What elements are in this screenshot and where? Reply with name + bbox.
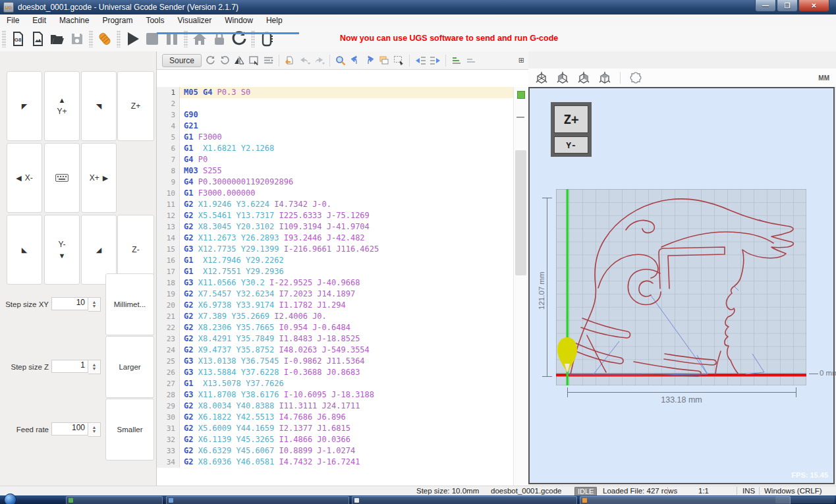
code-line[interactable]: 29G2 X8.0034 Y40.8388 I11.3111 J24.1711: [157, 401, 514, 412]
feed-rate-input[interactable]: 100: [51, 422, 88, 435]
jog-xplus-yplus-button[interactable]: ◥: [81, 71, 117, 141]
code-line[interactable]: 1M05 G4 P0.3 S0: [157, 87, 514, 98]
code-line[interactable]: 8M03 S255: [157, 165, 514, 177]
find-previous-icon[interactable]: [349, 55, 361, 67]
code-line[interactable]: 19G2 X7.5457 Y32.6234 I7.2023 J14.1897: [157, 289, 514, 300]
send-play-icon[interactable]: [123, 29, 142, 49]
find-next-icon[interactable]: [364, 55, 376, 67]
plugin-puzzle-icon[interactable]: [628, 70, 644, 86]
menu-machine[interactable]: Machine: [53, 16, 96, 25]
open-file-icon[interactable]: [47, 29, 67, 49]
jog-yplus-button[interactable]: ▲Y+: [44, 71, 80, 141]
code-line[interactable]: 7G4 P0: [157, 154, 514, 165]
code-line[interactable]: 25G3 X13.0138 Y36.7545 I-0.9862 J11.5364: [157, 356, 514, 367]
step-size-z-stepper[interactable]: ▲▼: [88, 360, 101, 374]
menu-file[interactable]: File: [0, 16, 26, 25]
step-size-xy-stepper[interactable]: ▲▼: [88, 297, 101, 312]
code-line[interactable]: 11G2 X1.9246 Y3.6224 I4.7342 J-0.: [157, 199, 514, 210]
uncomment-icon[interactable]: [465, 55, 477, 67]
code-line[interactable]: 2: [157, 98, 514, 109]
view-preset-iso-icon[interactable]: [534, 70, 549, 86]
editor-scrollbar[interactable]: [515, 150, 526, 275]
last-edit-location-icon[interactable]: [284, 55, 296, 67]
jog-xminus-button[interactable]: ◀X-: [7, 143, 42, 213]
code-line[interactable]: 18G3 X11.0566 Y30.2 I-22.9525 J-40.9668: [157, 277, 514, 289]
menu-program[interactable]: Program: [96, 16, 139, 25]
code-line[interactable]: 17G1 X12.7551 Y29.2936: [157, 266, 514, 277]
status-line-ending[interactable]: Windows (CRLF): [764, 487, 822, 495]
view-preset-front-icon[interactable]: [555, 70, 571, 86]
units-millimeters-button[interactable]: Millimet...: [105, 273, 154, 335]
code-line[interactable]: 15G3 X12.7735 Y29.1399 I-216.9661 J116.4…: [157, 244, 514, 255]
jog-xminus-yplus-button[interactable]: ◤: [7, 71, 42, 141]
back-icon[interactable]: [298, 55, 310, 67]
jog-xplus-button[interactable]: X+▶: [81, 143, 117, 213]
code-line[interactable]: 23G2 X8.4291 Y35.7849 I1.8483 J-18.8525: [157, 333, 514, 345]
code-line[interactable]: 4G21: [157, 121, 514, 132]
step-size-xy-input[interactable]: 10: [51, 297, 88, 310]
taskbar-button[interactable]: [166, 496, 349, 504]
menu-edit[interactable]: Edit: [26, 16, 53, 25]
step-size-z-input[interactable]: 1: [51, 360, 88, 373]
view-preset-top-icon[interactable]: [597, 70, 613, 86]
code-line[interactable]: 31G2 X5.6009 Y44.1659 I2.1377 J1.6815: [157, 423, 514, 434]
find-icon[interactable]: [335, 55, 347, 67]
toolpath-plot[interactable]: [556, 189, 806, 385]
minimize-button[interactable]: —: [755, 0, 776, 12]
shift-left-icon[interactable]: [414, 55, 426, 67]
menu-help[interactable]: Help: [260, 16, 289, 25]
menu-window[interactable]: Window: [218, 16, 260, 25]
menu-tools[interactable]: Tools: [139, 16, 171, 25]
jog-yminus-button[interactable]: Y-▼: [44, 215, 80, 285]
save-file-icon[interactable]: [67, 29, 87, 49]
connect-icon[interactable]: [95, 29, 115, 49]
code-line[interactable]: 33G2 X6.6329 Y45.6067 I0.8899 J-1.0274: [157, 445, 514, 457]
code-line[interactable]: 26G3 X13.5884 Y37.6228 I-0.3688 J0.8683: [157, 367, 514, 378]
code-line[interactable]: 14G2 X11.2673 Y26.2893 I93.2446 J-42.482: [157, 233, 514, 244]
code-line[interactable]: 9G4 P0.30000001192092896: [157, 177, 514, 188]
new-image-file-icon[interactable]: [28, 29, 47, 49]
taskbar-button[interactable]: [352, 496, 577, 504]
rectangular-selection-icon[interactable]: [393, 55, 404, 67]
code-line[interactable]: 12G2 X5.5461 Y13.7317 I225.6333 J-75.126…: [157, 210, 514, 221]
step-smaller-button[interactable]: Smaller: [105, 399, 154, 461]
collapse-list-icon[interactable]: [262, 55, 274, 67]
rotate-ccw-icon[interactable]: [219, 55, 231, 67]
jog-keyboard-button[interactable]: [44, 143, 80, 213]
source-view-button[interactable]: Source: [162, 54, 202, 67]
code-line[interactable]: 34G2 X8.6936 Y46.0581 I4.7432 J-16.7241: [157, 457, 514, 468]
jog-xminus-yminus-button[interactable]: ◣: [7, 215, 42, 285]
code-line[interactable]: 21G2 X7.389 Y35.2669 I2.4006 J0.: [157, 311, 514, 322]
close-button[interactable]: ✕: [798, 0, 829, 12]
taskbar-button-active[interactable]: [580, 496, 791, 504]
shift-right-icon[interactable]: [429, 55, 441, 67]
new-gcode-file-icon[interactable]: G8: [8, 29, 28, 49]
code-line[interactable]: 30G2 X6.1822 Y42.5513 I4.7686 J6.896: [157, 412, 514, 423]
code-line[interactable]: 13G2 X8.3045 Y20.3102 I109.3194 J-41.970…: [157, 221, 514, 233]
step-larger-button[interactable]: Larger: [105, 336, 154, 398]
taskbar-button[interactable]: [66, 496, 163, 504]
gcode-editor[interactable]: 1M05 G4 P0.3 S023G904G215G1 F30006G1 X1.…: [157, 87, 514, 486]
menu-visualizer[interactable]: Visualizer: [171, 16, 218, 25]
taskbar-clock[interactable]: [775, 496, 835, 503]
code-line[interactable]: 24G2 X9.4737 Y35.8752 I48.0263 J-549.355…: [157, 345, 514, 356]
feed-rate-stepper[interactable]: ▲▼: [88, 422, 101, 437]
error-stripe[interactable]: [513, 87, 528, 486]
copy-selection-icon[interactable]: [378, 55, 390, 67]
rotate-cw-icon[interactable]: [204, 55, 216, 67]
visualizer-canvas[interactable]: Z+ Y-: [528, 87, 835, 484]
start-button[interactable]: [4, 493, 16, 504]
select-window-icon[interactable]: [248, 55, 260, 67]
jog-zplus-button[interactable]: Z+: [117, 71, 154, 141]
status-insert-mode[interactable]: INS: [742, 487, 755, 495]
split-document-icon[interactable]: ⊞: [518, 56, 524, 65]
code-line[interactable]: 3G90: [157, 109, 514, 121]
view-preset-side-icon[interactable]: [576, 70, 592, 86]
code-line[interactable]: 6G1 X1.6821 Y2.1268: [157, 143, 514, 154]
code-line[interactable]: 32G2 X6.1139 Y45.3265 I1.4866 J0.0366: [157, 434, 514, 445]
code-line[interactable]: 28G3 X11.8708 Y38.6176 I-10.6095 J-18.31…: [157, 389, 514, 401]
comment-icon[interactable]: [451, 55, 462, 67]
code-line[interactable]: 20G2 X6.9738 Y33.9174 I1.1782 J1.294: [157, 300, 514, 311]
mirror-icon[interactable]: [233, 55, 245, 67]
restore-button[interactable]: ❐: [777, 0, 798, 12]
